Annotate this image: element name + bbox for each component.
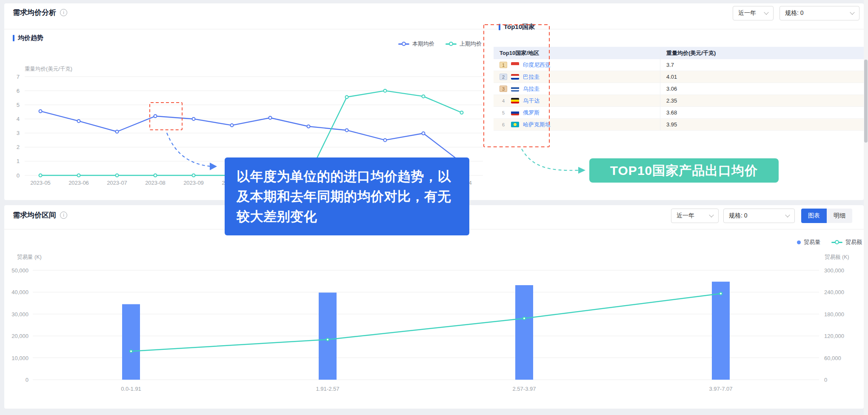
country-flag-icon: [511, 62, 519, 68]
spec-select[interactable]: 规格: 0: [723, 209, 795, 223]
subsection-top10: Top10国家: [499, 23, 535, 31]
view-toggle: 图表 明细: [801, 209, 852, 223]
svg-text:180,000: 180,000: [824, 311, 844, 318]
toggle-detail-button[interactable]: 明细: [827, 209, 852, 223]
country-cell: 3乌拉圭: [494, 83, 660, 95]
toggle-chart-button[interactable]: 图表: [801, 209, 827, 223]
info-icon[interactable]: i: [60, 9, 67, 16]
rank-medal-icon: 1: [500, 62, 507, 68]
svg-text:6: 6: [17, 88, 20, 94]
svg-text:20,000: 20,000: [11, 333, 29, 339]
card2-title-row: 需求均价区间 i: [13, 210, 67, 220]
value-cell: 3.7: [660, 59, 864, 71]
svg-text:60,000: 60,000: [824, 355, 841, 361]
top10-table: Top10国家/地区重量均价(美元/千克)1印度尼西亚3.72巴拉圭4.013乌…: [494, 47, 864, 131]
legend-label: 上期均价: [460, 40, 482, 48]
svg-text:0: 0: [824, 377, 827, 383]
svg-text:5: 5: [17, 102, 20, 108]
legend-item[interactable]: 本期均价: [398, 40, 434, 48]
legend-line-icon: [831, 240, 842, 244]
table-row[interactable]: 2巴拉圭4.01: [494, 71, 864, 83]
country-flag-icon: [511, 86, 519, 92]
legend-item[interactable]: 贸易量: [797, 238, 820, 246]
rank-number: 5: [500, 109, 507, 116]
country-link[interactable]: 印度尼西亚: [523, 61, 551, 69]
range-chart-legend: 贸易量贸易额: [797, 238, 862, 246]
chevron-down-icon: [709, 212, 714, 217]
table-header-cell: Top10国家/地区: [494, 47, 660, 59]
svg-text:2023-05: 2023-05: [30, 180, 51, 186]
country-cell: 1印度尼西亚: [494, 59, 660, 71]
card-demand-price-range: 需求均价区间 i 近一年 规格: 0 图表 明细 贸易量贸易额 010,0002…: [4, 205, 864, 409]
country-cell: 5俄罗斯: [494, 107, 660, 119]
value-cell: 2.35: [660, 95, 864, 107]
table-row[interactable]: 4乌干达2.35: [494, 95, 864, 107]
subsection-title: 均价趋势: [18, 34, 43, 42]
spec-select[interactable]: 规格: 0: [779, 6, 859, 20]
svg-text:50,000: 50,000: [11, 267, 29, 274]
svg-text:120,000: 120,000: [824, 333, 844, 339]
country-flag-icon: [511, 110, 519, 115]
svg-text:1.91-2.57: 1.91-2.57: [316, 386, 340, 392]
divider: [4, 29, 864, 29]
value-cell: 3.95: [660, 119, 864, 131]
card1-title-row: 需求均价分析 i: [13, 8, 67, 17]
svg-text:贸易额 (K): 贸易额 (K): [825, 254, 849, 260]
svg-text:3: 3: [17, 130, 20, 136]
subsection-avg-price-trend: 均价趋势: [13, 34, 43, 42]
svg-text:2023-08: 2023-08: [145, 180, 166, 186]
top10-title: Top10国家: [504, 23, 535, 31]
info-icon[interactable]: i: [60, 212, 67, 219]
legend-label: 贸易额: [845, 238, 862, 246]
select-label: 近一年: [738, 9, 756, 17]
svg-text:7: 7: [17, 74, 20, 80]
time-range-select[interactable]: 近一年: [671, 209, 719, 223]
legend-line-icon: [445, 42, 457, 46]
time-range-select[interactable]: 近一年: [733, 6, 774, 20]
svg-text:300,000: 300,000: [824, 267, 844, 274]
svg-text:贸易量 (K): 贸易量 (K): [17, 254, 42, 260]
country-cell: 6哈萨克斯坦: [494, 119, 660, 131]
country-link[interactable]: 巴拉圭: [523, 73, 540, 81]
select-label: 近一年: [677, 212, 694, 220]
scrollbar-thumb[interactable]: [864, 60, 868, 143]
value-cell: 3.68: [660, 107, 864, 119]
svg-text:重量均价(美元/千克): 重量均价(美元/千克): [25, 66, 72, 72]
country-link[interactable]: 哈萨克斯坦: [523, 121, 551, 129]
scrollbar: [864, 0, 868, 415]
country-link[interactable]: 乌干达: [523, 97, 540, 105]
value-cell: 4.01: [660, 71, 864, 83]
legend-item[interactable]: 贸易额: [831, 238, 862, 246]
country-link[interactable]: 乌拉圭: [523, 85, 540, 93]
rank-medal-icon: 2: [500, 74, 507, 80]
chevron-down-icon: [785, 212, 790, 217]
note-blue: 以年度为单位的的进口均价趋势，以及本期和去年同期的均价对比，有无较大差别变化: [225, 157, 469, 235]
country-cell: 2巴拉圭: [494, 71, 660, 83]
price-range-chart: 010,00020,00030,00040,00050,000060,00012…: [9, 248, 859, 400]
legend-label: 贸易量: [804, 238, 820, 246]
section-marker: [499, 24, 500, 30]
svg-text:2023-06: 2023-06: [69, 180, 89, 186]
section-marker: [13, 35, 14, 41]
page: { "colors": { "accent_blue": "#2e6be6", …: [0, 0, 868, 415]
legend-label: 本期均价: [412, 40, 434, 48]
rank-number: 6: [500, 121, 507, 128]
country-link[interactable]: 俄罗斯: [523, 109, 540, 117]
svg-text:2023-07: 2023-07: [107, 180, 127, 186]
svg-text:3.97-7.07: 3.97-7.07: [709, 386, 733, 392]
page-title: 需求均价区间: [13, 210, 56, 220]
trend-chart-legend: 本期均价上期均价: [398, 40, 482, 48]
country-flag-icon: [511, 122, 519, 127]
table-row[interactable]: 3乌拉圭3.06: [494, 83, 864, 95]
note-teal: TOP10国家产品出口均价: [589, 158, 779, 183]
country-flag-icon: [511, 98, 519, 103]
svg-text:0: 0: [26, 377, 29, 383]
table-row[interactable]: 6哈萨克斯坦3.95: [494, 119, 864, 131]
svg-text:0: 0: [17, 172, 20, 179]
svg-text:30,000: 30,000: [11, 311, 29, 318]
legend-item[interactable]: 上期均价: [445, 40, 482, 48]
rank-number: 4: [500, 97, 507, 104]
table-row[interactable]: 1印度尼西亚3.7: [494, 59, 864, 71]
table-row[interactable]: 5俄罗斯3.68: [494, 107, 864, 119]
svg-text:4: 4: [17, 116, 20, 122]
